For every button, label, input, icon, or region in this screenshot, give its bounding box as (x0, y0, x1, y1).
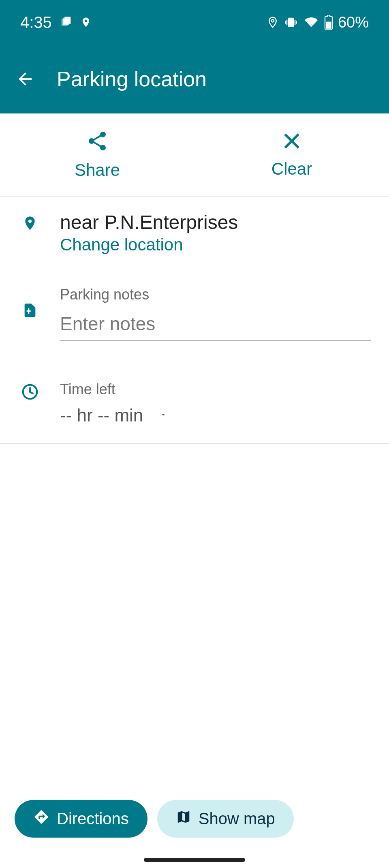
map-icon (176, 809, 191, 828)
app-bar: Parking location (0, 45, 389, 113)
svg-rect-1 (326, 22, 331, 29)
show-map-label: Show map (199, 810, 275, 828)
actions-row: Share Clear (0, 113, 389, 197)
share-icon (86, 130, 109, 154)
back-button[interactable] (15, 69, 35, 89)
directions-button[interactable]: Directions (15, 800, 147, 838)
time-left-label: Time left (60, 381, 371, 398)
cards-icon (60, 16, 72, 28)
gesture-bar (144, 858, 245, 862)
clear-label: Clear (271, 159, 312, 179)
fab-row: Directions Show map (15, 800, 294, 838)
directions-icon (33, 809, 49, 829)
time-left-section: Time left -- hr -- min (0, 369, 389, 444)
time-left-selector[interactable]: -- hr -- min (60, 405, 371, 425)
status-left: 4:35 (20, 13, 92, 32)
change-location-link[interactable]: Change location (60, 235, 371, 254)
dropdown-icon (158, 410, 169, 420)
share-button[interactable]: Share (0, 113, 194, 196)
battery-percentage: 60% (338, 14, 369, 31)
notes-section: Parking notes (0, 274, 389, 341)
status-time: 4:35 (20, 13, 52, 32)
status-right: 60% (267, 14, 369, 31)
location-outline-icon (267, 15, 279, 29)
battery-icon (324, 15, 333, 30)
vibrate-icon (284, 16, 298, 28)
time-left-value: -- hr -- min (60, 405, 143, 425)
add-note-icon (18, 286, 42, 320)
status-bar: 4:35 60% (0, 0, 389, 45)
svg-point-0 (271, 19, 274, 22)
directions-label: Directions (57, 810, 129, 828)
show-map-button[interactable]: Show map (157, 800, 294, 838)
share-label: Share (75, 160, 120, 180)
wifi-icon (303, 16, 319, 29)
location-pin-icon (80, 15, 92, 29)
pin-icon (18, 211, 42, 233)
close-icon (282, 131, 302, 153)
location-section: near P.N.Enterprises Change location (0, 199, 389, 254)
clear-button[interactable]: Clear (194, 113, 389, 196)
page-title: Parking location (57, 67, 207, 91)
location-name: near P.N.Enterprises (60, 211, 371, 233)
clock-icon (18, 381, 42, 401)
notes-label: Parking notes (60, 286, 371, 303)
notes-input[interactable] (60, 310, 371, 341)
